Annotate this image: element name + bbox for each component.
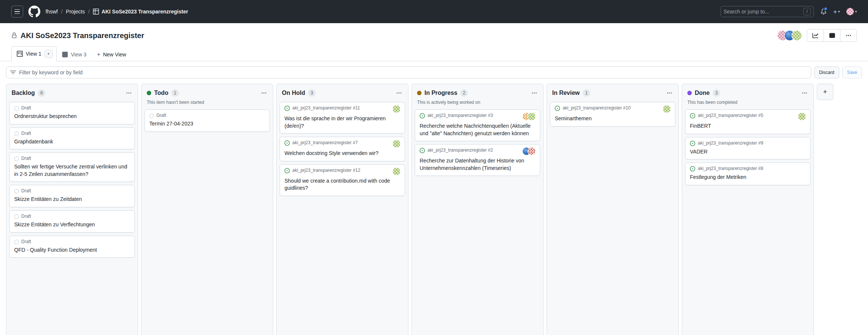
side-panel-button[interactable] xyxy=(824,30,840,41)
draft-card[interactable]: Draft Ordnerstruktur besprechen xyxy=(9,102,135,124)
avatar-green-icon[interactable] xyxy=(663,105,671,113)
card-title: Termin 27-04-2023 xyxy=(149,120,265,128)
card-title: QFD - Quality Function Deployment xyxy=(14,246,130,254)
issue-card[interactable]: aki_prj23_transparenzregister #9 VADER xyxy=(685,137,811,160)
avatar-green-icon[interactable] xyxy=(798,113,806,120)
slash-key-badge: / xyxy=(803,8,811,15)
project-title-row: AKI SoSe2023 Transparenzregister xyxy=(0,23,868,44)
breadcrumb-org[interactable]: fhswf xyxy=(46,9,58,15)
avatar-green-icon[interactable] xyxy=(528,113,535,120)
project-toolbar xyxy=(807,29,857,42)
issue-card[interactable]: aki_prj23_transparenzregister #10 Semina… xyxy=(550,102,675,127)
card-avatars xyxy=(393,105,400,113)
issue-card[interactable]: aki_prj23_transparenzregister #7 Welchen… xyxy=(280,137,405,161)
draft-card[interactable]: Draft Termin 27-04-2023 xyxy=(144,109,270,132)
filter-input[interactable] xyxy=(19,69,807,75)
draft-icon xyxy=(14,156,19,161)
search-input[interactable] xyxy=(724,9,800,15)
card-avatars xyxy=(798,113,806,120)
avatar-green-icon[interactable] xyxy=(792,31,802,40)
tab-options-button[interactable]: ▾ xyxy=(44,50,53,58)
column-menu-button[interactable] xyxy=(666,89,673,97)
column-menu-button[interactable] xyxy=(395,89,403,97)
column-count-badge: 6 xyxy=(38,89,45,97)
column-count-badge: 2 xyxy=(460,89,468,97)
tab-view-1[interactable]: View 1 ▾ xyxy=(11,46,57,61)
issue-card[interactable]: aki_prj23_transparenzregister #11 Was is… xyxy=(280,102,405,134)
column-status-dot xyxy=(687,91,692,95)
column-header: Done 3 xyxy=(682,84,813,99)
github-logo[interactable] xyxy=(28,6,40,18)
kebab-icon xyxy=(846,32,852,38)
draft-label: Draft xyxy=(21,214,31,219)
card-title: Welchen docstring Style verwenden wir? xyxy=(284,150,400,157)
issue-ref: aki_prj23_transparenzregister #7 xyxy=(292,140,358,145)
add-column-button[interactable]: + xyxy=(817,84,833,100)
breadcrumb-projects[interactable]: Projects xyxy=(66,9,85,15)
draft-card[interactable]: Draft Skizze Entitäten zu Verflechtungen xyxy=(9,210,135,233)
sidebar-icon xyxy=(829,32,835,38)
column-menu-button[interactable] xyxy=(125,89,133,97)
avatar-green-icon[interactable] xyxy=(393,140,400,148)
avatar-green-icon[interactable] xyxy=(393,105,400,113)
issue-ref: aki_prj23_transparenzregister #8 xyxy=(698,166,763,171)
draft-label: Draft xyxy=(156,113,166,118)
filter-icon xyxy=(10,69,16,75)
draft-card[interactable]: Draft Sollten wir fertige Versuche zentr… xyxy=(9,152,135,182)
column-cards: aki_prj23_transparenzregister #5 FinBERT… xyxy=(682,106,813,188)
column-menu-button[interactable] xyxy=(531,89,538,97)
issue-card[interactable]: aki_prj23_transparenzregister #12 Should… xyxy=(280,164,405,196)
kebab-icon xyxy=(802,90,808,96)
avatar-red-icon[interactable] xyxy=(528,148,535,155)
save-button[interactable]: Save xyxy=(842,66,862,78)
board-column: Done 3 This has been completed aki_prj23… xyxy=(682,84,814,335)
card-title: FinBERT xyxy=(690,122,806,130)
draft-card[interactable]: Draft QFD - Quality Function Deployment xyxy=(9,236,135,258)
avatar-green-icon[interactable] xyxy=(393,168,400,175)
column-description: This is actively being worked on xyxy=(412,99,543,106)
issue-open-icon xyxy=(555,105,560,111)
project-header-actions xyxy=(778,29,857,42)
card-title: Graphdatenbank xyxy=(14,138,130,146)
filter-box[interactable] xyxy=(6,66,811,78)
new-view-button[interactable]: + New View xyxy=(92,48,131,61)
issue-card[interactable]: aki_prj23_transparenzregister #2 Recherc… xyxy=(415,144,540,176)
card-title: Sollten wir fertige Versuche zentral ver… xyxy=(14,163,130,178)
issue-card[interactable]: aki_prj23_transparenzregister #8 Festleg… xyxy=(685,162,811,185)
create-new-button[interactable]: + ▾ xyxy=(833,9,840,15)
user-menu-button[interactable]: ▾ xyxy=(846,8,857,15)
notifications-button[interactable] xyxy=(821,9,827,15)
card-title: Seminarthemen xyxy=(555,115,671,122)
discard-button[interactable]: Discard xyxy=(814,66,839,78)
draft-label: Draft xyxy=(21,239,31,244)
draft-card[interactable]: Draft Skizze Entitäten zu Zeitdaten xyxy=(9,185,135,207)
breadcrumb: fhswf / Projects / AKI SoSe2023 Transpar… xyxy=(46,9,188,15)
card-title: Festlegung der Metriken xyxy=(690,174,806,181)
draft-label: Draft xyxy=(21,131,31,136)
issue-open-icon xyxy=(690,140,695,146)
kebab-icon xyxy=(531,90,537,96)
card-title: Ordnerstruktur besprechen xyxy=(14,113,130,120)
hamburger-icon xyxy=(15,9,20,10)
board-columns: Backlog 6 Draft Ordnerstruktur bespreche… xyxy=(6,84,814,335)
column-title: Todo xyxy=(154,90,168,96)
column-description: This has been completed xyxy=(682,99,813,106)
issue-card[interactable]: aki_prj23_transparenzregister #3 Recherc… xyxy=(415,109,540,141)
column-title: In Review xyxy=(552,90,580,96)
issue-card[interactable]: aki_prj23_transparenzregister #5 FinBERT xyxy=(685,109,811,134)
search-box[interactable]: / xyxy=(721,6,814,17)
draft-icon xyxy=(14,106,19,111)
column-title: Done xyxy=(695,90,710,96)
project-menu-button[interactable] xyxy=(840,30,856,41)
tab-view-3[interactable]: View 3 xyxy=(57,48,92,61)
column-menu-button[interactable] xyxy=(260,89,268,97)
draft-card[interactable]: Draft Graphdatenbank xyxy=(9,127,135,150)
column-cards: Draft Ordnerstruktur besprechen Draft Gr… xyxy=(6,99,138,261)
insights-button[interactable] xyxy=(807,30,824,41)
board: Backlog 6 Draft Ordnerstruktur bespreche… xyxy=(0,82,868,335)
issue-open-icon xyxy=(690,166,695,171)
breadcrumb-project[interactable]: AKI SoSe2023 Transparenzregister xyxy=(93,9,188,15)
table-icon xyxy=(93,9,99,15)
column-menu-button[interactable] xyxy=(801,89,808,97)
hamburger-menu-button[interactable] xyxy=(11,6,23,18)
